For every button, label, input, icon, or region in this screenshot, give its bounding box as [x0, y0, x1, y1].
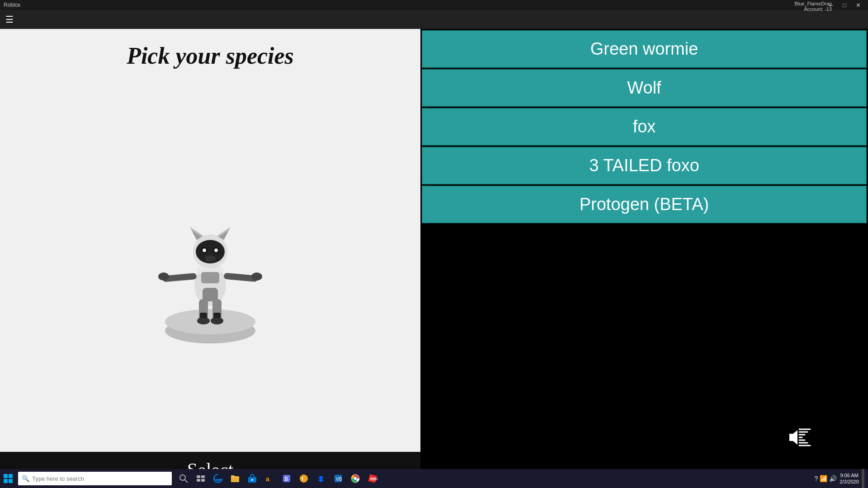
- species-item-wolf[interactable]: Wolf: [422, 69, 867, 107]
- svg-rect-41: [197, 475, 200, 478]
- taskbar-virtualbox-icon[interactable]: VB: [330, 469, 346, 488]
- taskbar-stripe-icon[interactable]: S: [278, 469, 295, 488]
- search-icon: 🔍: [22, 475, 29, 482]
- svg-point-21: [203, 249, 206, 252]
- species-item-fox[interactable]: fox: [422, 108, 867, 145]
- windows-logo-icon: [4, 474, 13, 483]
- close-button[interactable]: ✕: [852, 1, 864, 9]
- svg-point-23: [214, 249, 218, 252]
- svg-point-24: [205, 255, 216, 262]
- game-right-panel: Green wormie Wolf fox 3 TAILED foxo Prot…: [420, 29, 868, 488]
- volume-icon[interactable]: [787, 427, 814, 447]
- clock-date: 2/3/2020: [840, 479, 859, 485]
- svg-rect-47: [231, 478, 239, 482]
- speaker-icon[interactable]: 🔊: [829, 475, 837, 482]
- account-name: Blue_FlameDrag: [794, 1, 832, 6]
- svg-line-40: [185, 480, 188, 483]
- svg-rect-38: [9, 479, 13, 483]
- svg-rect-12: [200, 313, 207, 318]
- svg-point-1: [165, 309, 255, 334]
- taskbar-app-icons: a S f VB: [175, 469, 381, 488]
- character-model: [154, 177, 267, 344]
- game-title: Pick your species: [0, 29, 420, 78]
- taskbar-search-icon[interactable]: [175, 469, 192, 488]
- svg-rect-46: [231, 475, 235, 477]
- svg-point-49: [251, 479, 253, 481]
- svg-point-53: [300, 474, 308, 483]
- maximize-button[interactable]: □: [838, 1, 851, 9]
- svg-marker-56: [318, 479, 324, 482]
- species-panel: Green wormie Wolf fox 3 TAILED foxo Prot…: [420, 29, 868, 225]
- svg-point-10: [197, 317, 210, 324]
- game-area: Pick your species: [0, 29, 868, 488]
- app-title: Roblox: [4, 2, 20, 8]
- taskbar-chrome-icon[interactable]: [347, 469, 363, 488]
- taskbar-flux-icon[interactable]: f: [296, 469, 312, 488]
- svg-rect-42: [201, 475, 205, 478]
- taskbar-store-icon[interactable]: [244, 469, 260, 488]
- system-icons: ? 📶 🔊: [814, 475, 837, 482]
- roblox-toolbar: ☰: [0, 10, 868, 29]
- species-item-3-tailed-foxo[interactable]: 3 TAILED foxo: [422, 147, 867, 184]
- taskbar-roblox-icon[interactable]: RBX: [364, 469, 381, 488]
- species-item-protogen-beta[interactable]: Protogen (BETA): [422, 186, 867, 223]
- svg-rect-35: [4, 474, 8, 478]
- taskbar-edge-icon[interactable]: [210, 469, 226, 488]
- question-icon: ?: [814, 475, 818, 482]
- svg-text:RBX: RBX: [370, 477, 377, 481]
- svg-rect-25: [201, 272, 219, 283]
- svg-point-6: [158, 272, 169, 281]
- svg-text:f: f: [302, 476, 303, 482]
- species-list: Green wormie Wolf fox 3 TAILED foxo Prot…: [420, 29, 868, 225]
- taskbar-system-tray: ? 📶 🔊 9:06 AM 2/3/2020: [814, 469, 868, 488]
- svg-text:S: S: [284, 476, 288, 482]
- taskbar-amazon-icon[interactable]: a: [261, 469, 278, 488]
- account-balance: Account: -13: [794, 6, 832, 12]
- taskbar-explorer-icon[interactable]: [227, 469, 243, 488]
- search-input[interactable]: [32, 475, 168, 482]
- svg-point-7: [251, 272, 262, 281]
- game-viewport: Pick your species: [0, 29, 420, 488]
- svg-point-11: [211, 317, 223, 324]
- svg-rect-37: [4, 479, 8, 483]
- svg-rect-43: [197, 479, 200, 482]
- character-display: [0, 78, 420, 452]
- menu-icon[interactable]: ☰: [5, 14, 14, 25]
- svg-rect-26: [203, 288, 218, 301]
- search-bar[interactable]: 🔍: [18, 472, 172, 485]
- svg-text:a: a: [266, 475, 269, 483]
- title-bar: Roblox Blue_FlameDrag Account: -13 ─ □ ✕: [0, 0, 868, 10]
- taskbar-dropbox-icon[interactable]: [313, 469, 329, 488]
- svg-text:VB: VB: [336, 477, 342, 482]
- clock-time: 9:06 AM: [840, 472, 859, 479]
- wifi-icon[interactable]: 📶: [820, 475, 827, 482]
- app-container: ☰ Pick your species: [0, 10, 868, 488]
- taskbar-clock[interactable]: 9:06 AM 2/3/2020: [840, 472, 859, 485]
- show-desktop-button[interactable]: [862, 469, 864, 488]
- species-item-green-wormie[interactable]: Green wormie: [422, 30, 867, 68]
- taskbar: 🔍: [0, 469, 868, 488]
- account-info: Blue_FlameDrag Account: -13: [794, 1, 832, 12]
- svg-rect-44: [201, 479, 205, 482]
- svg-marker-27: [789, 430, 797, 445]
- svg-point-61: [354, 477, 357, 480]
- volume-svg: [787, 427, 814, 447]
- start-button[interactable]: [0, 469, 16, 488]
- svg-rect-13: [213, 313, 221, 318]
- taskbar-task-view-icon[interactable]: [193, 469, 209, 488]
- svg-rect-36: [9, 474, 13, 478]
- svg-point-39: [180, 475, 185, 480]
